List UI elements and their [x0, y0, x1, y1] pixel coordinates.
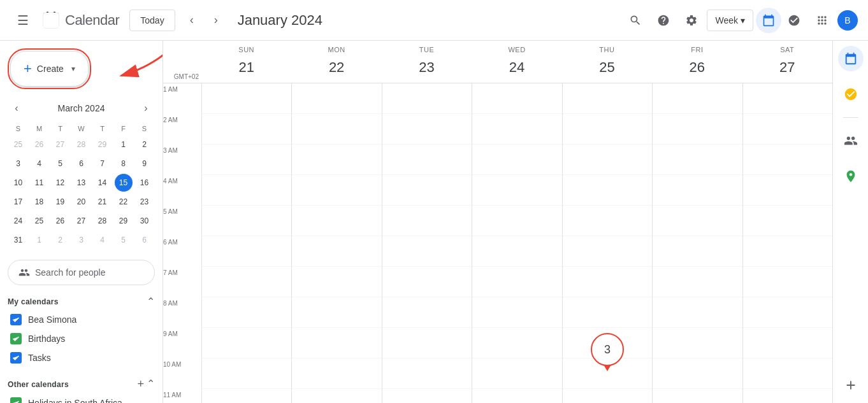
settings-button[interactable]	[679, 8, 704, 33]
time-slot[interactable]	[382, 358, 472, 389]
time-slot[interactable]	[472, 114, 561, 145]
mini-cal-day[interactable]: 6	[136, 231, 154, 249]
calendar-view-button[interactable]	[756, 8, 781, 33]
mini-cal-day[interactable]: 8	[115, 155, 133, 173]
mini-cal-day[interactable]: 23	[136, 193, 154, 211]
time-slot[interactable]	[472, 389, 561, 403]
prev-button[interactable]: ‹	[180, 9, 203, 32]
mini-cal-day[interactable]: 3	[10, 155, 27, 173]
time-slot[interactable]	[742, 236, 832, 267]
time-slot[interactable]	[652, 206, 742, 236]
time-slot[interactable]	[472, 145, 561, 175]
mini-cal-day[interactable]: 29	[115, 212, 133, 230]
week-selector[interactable]: Week ▾	[707, 10, 753, 31]
mini-cal-day[interactable]: 20	[73, 193, 90, 211]
time-slot[interactable]	[652, 389, 742, 403]
mini-cal-day[interactable]: 4	[94, 231, 112, 249]
time-slot[interactable]	[382, 328, 472, 358]
mini-cal-day[interactable]: 19	[52, 193, 69, 211]
mini-cal-day[interactable]: 5	[115, 231, 133, 249]
time-slot[interactable]	[382, 389, 472, 403]
time-slot[interactable]	[382, 297, 472, 328]
time-slot[interactable]	[742, 358, 832, 389]
time-slot[interactable]	[201, 328, 291, 358]
time-slot[interactable]	[382, 145, 472, 175]
other-calendars-header[interactable]: Other calendars + ⌃	[8, 378, 155, 391]
time-slot[interactable]	[201, 358, 291, 389]
mini-cal-day[interactable]: 26	[52, 212, 69, 230]
time-slot[interactable]	[652, 328, 742, 358]
right-icon-plus[interactable]	[838, 372, 864, 398]
time-slot[interactable]	[291, 389, 381, 403]
mini-cal-day[interactable]: 30	[136, 212, 154, 230]
time-slot[interactable]	[742, 175, 832, 206]
next-button[interactable]: ›	[205, 9, 228, 32]
time-slot[interactable]	[382, 83, 472, 114]
tasks-view-button[interactable]	[781, 8, 807, 33]
time-slot[interactable]	[382, 267, 472, 297]
mini-cal-day[interactable]: 26	[31, 136, 48, 153]
time-slot[interactable]	[201, 114, 291, 145]
time-slot[interactable]	[562, 267, 652, 297]
time-slot[interactable]	[201, 206, 291, 236]
menu-button[interactable]: ☰	[10, 8, 36, 33]
mini-cal-day[interactable]: 11	[31, 174, 48, 192]
mini-cal-day[interactable]: 25	[10, 136, 27, 153]
search-people[interactable]: Search for people	[8, 260, 155, 285]
time-slot[interactable]	[562, 297, 652, 328]
mini-cal-day[interactable]: 7	[94, 155, 112, 173]
help-button[interactable]	[651, 8, 676, 33]
mini-cal-day[interactable]: 3	[73, 231, 90, 249]
time-slot[interactable]	[562, 83, 652, 114]
time-slot[interactable]	[742, 83, 832, 114]
time-slot[interactable]	[472, 236, 561, 267]
time-slot[interactable]	[562, 206, 652, 236]
time-slot[interactable]	[291, 328, 381, 358]
mini-cal-day[interactable]: 25	[31, 212, 48, 230]
time-slot[interactable]	[652, 267, 742, 297]
mini-cal-day[interactable]: 31	[10, 231, 27, 249]
mini-cal-day[interactable]: 29	[94, 136, 112, 153]
time-slot[interactable]	[652, 236, 742, 267]
time-slot[interactable]	[652, 175, 742, 206]
time-slot[interactable]	[652, 83, 742, 114]
mini-cal-prev[interactable]: ‹	[8, 99, 25, 117]
mini-cal-day[interactable]: 27	[52, 136, 69, 153]
time-slot[interactable]	[291, 267, 381, 297]
calendar-item-holidays[interactable]: Holidays in South Africa	[8, 393, 155, 403]
time-slot[interactable]	[201, 236, 291, 267]
time-slot[interactable]	[742, 206, 832, 236]
right-icon-maps[interactable]	[838, 164, 864, 189]
time-slot[interactable]	[291, 297, 381, 328]
mini-cal-day[interactable]: 4	[31, 155, 48, 173]
mini-cal-day[interactable]: 5	[52, 155, 69, 173]
time-slot[interactable]	[472, 267, 561, 297]
time-slot[interactable]	[742, 328, 832, 358]
event-bubble[interactable]: 3	[591, 333, 624, 366]
mini-cal-day[interactable]: 2	[136, 136, 154, 153]
mini-cal-next[interactable]: ›	[137, 99, 155, 117]
mini-cal-day[interactable]: 28	[94, 212, 112, 230]
time-slot[interactable]	[562, 175, 652, 206]
time-slot[interactable]	[742, 145, 832, 175]
mini-cal-day[interactable]: 6	[73, 155, 90, 173]
mini-cal-day[interactable]: 1	[31, 231, 48, 249]
time-slot[interactable]	[291, 83, 381, 114]
time-slot[interactable]	[472, 297, 561, 328]
calendar-item-birthdays[interactable]: Birthdays	[8, 329, 155, 348]
mini-cal-day[interactable]: 27	[73, 212, 90, 230]
time-slot[interactable]	[472, 358, 561, 389]
time-slot[interactable]	[201, 175, 291, 206]
time-slot[interactable]	[201, 389, 291, 403]
today-button[interactable]: Today	[129, 10, 175, 31]
time-slot[interactable]	[291, 236, 381, 267]
add-other-cal-icon[interactable]: +	[137, 378, 144, 391]
time-slot[interactable]	[472, 175, 561, 206]
my-calendars-header[interactable]: My calendars ⌃	[8, 295, 155, 308]
time-slot[interactable]	[652, 145, 742, 175]
time-slot[interactable]	[382, 114, 472, 145]
mini-cal-day[interactable]: 2	[52, 231, 69, 249]
time-slot[interactable]	[201, 83, 291, 114]
time-slot[interactable]	[382, 206, 472, 236]
time-slot[interactable]	[291, 358, 381, 389]
